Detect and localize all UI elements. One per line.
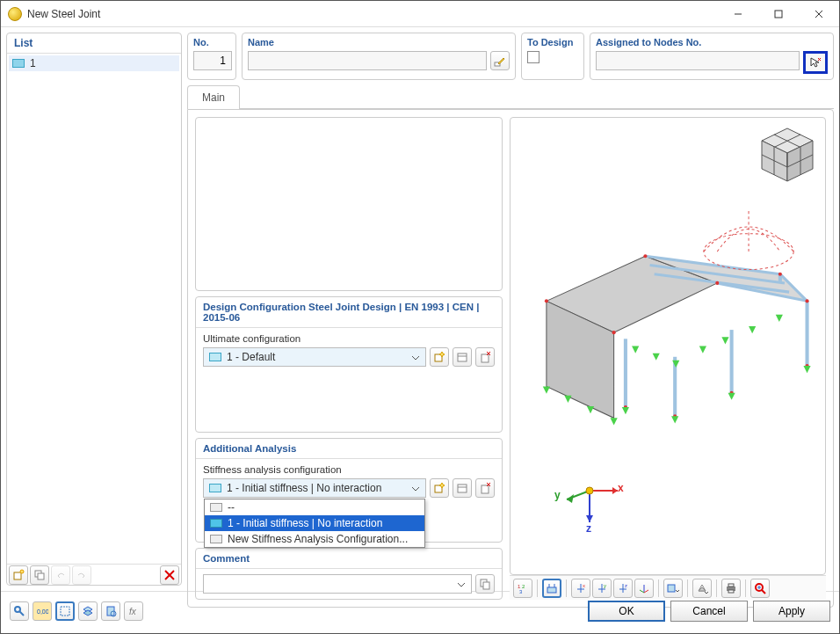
library-stiffness-button[interactable] bbox=[453, 478, 472, 498]
dropdown-item-initial-stiffness[interactable]: 1 - Initial stiffness | No interaction bbox=[205, 515, 424, 531]
stiffness-config-dropdown: -- 1 - Initial stiffness | No interactio… bbox=[204, 499, 425, 548]
stiffness-config-combo[interactable]: 1 - Initial stiffness | No interaction -… bbox=[203, 478, 426, 498]
vp-display-dropdown[interactable] bbox=[663, 579, 683, 598]
svg-text:fx: fx bbox=[129, 607, 137, 616]
svg-marker-73 bbox=[749, 326, 756, 333]
svg-marker-69 bbox=[653, 353, 660, 361]
new-item-button[interactable] bbox=[9, 565, 28, 585]
svg-text:x: x bbox=[583, 583, 585, 588]
window-title: New Steel Joint bbox=[27, 8, 718, 20]
svg-text:3: 3 bbox=[519, 589, 523, 594]
list-item[interactable]: 1 bbox=[9, 55, 179, 71]
name-label: Name bbox=[248, 37, 510, 47]
svg-rect-115 bbox=[61, 607, 69, 616]
svg-marker-64 bbox=[543, 387, 550, 394]
svg-marker-63 bbox=[803, 366, 810, 373]
to-design-field-group: To Design bbox=[521, 33, 584, 80]
ultimate-config-combo[interactable]: 1 - Default bbox=[203, 347, 426, 367]
tool-selection-button[interactable] bbox=[55, 601, 75, 621]
no-field-group: No. bbox=[187, 33, 236, 80]
dropdown-item-blank[interactable]: -- bbox=[205, 499, 424, 515]
svg-line-113 bbox=[19, 611, 24, 616]
svg-marker-68 bbox=[632, 346, 639, 353]
name-field-group: Name bbox=[242, 33, 516, 80]
vp-numbering-button[interactable]: 123 bbox=[513, 579, 532, 598]
list-item-label: 1 bbox=[30, 57, 36, 69]
tool-filter-button[interactable] bbox=[101, 601, 120, 621]
vp-axes-button[interactable] bbox=[634, 579, 654, 598]
color-swatch-icon bbox=[209, 353, 221, 361]
edit-name-button[interactable] bbox=[490, 51, 510, 70]
library-config-button[interactable] bbox=[453, 347, 472, 367]
axis-z-label: z bbox=[586, 522, 591, 535]
to-design-label: To Design bbox=[527, 37, 578, 47]
cancel-button[interactable]: Cancel bbox=[670, 601, 748, 622]
ultimate-config-value: 1 - Default bbox=[227, 351, 275, 363]
tool-wrench-button[interactable] bbox=[10, 601, 29, 621]
dropdown-item-new-config[interactable]: New Stiffness Analysis Configuration... bbox=[205, 531, 424, 547]
svg-marker-71 bbox=[699, 346, 706, 353]
svg-rect-4 bbox=[14, 572, 21, 579]
no-input[interactable] bbox=[193, 51, 232, 70]
delete-stiffness-button[interactable] bbox=[475, 478, 495, 498]
to-design-checkbox[interactable] bbox=[527, 51, 539, 63]
svg-marker-66 bbox=[587, 406, 594, 413]
no-label: No. bbox=[193, 37, 230, 47]
design-config-section: Design Configuration Steel Joint Design … bbox=[195, 296, 503, 433]
model-viewport[interactable]: x y z bbox=[510, 117, 826, 575]
dropdown-item-label: 1 - Initial stiffness | No interaction bbox=[228, 517, 382, 529]
svg-rect-26 bbox=[483, 582, 489, 589]
svg-point-5 bbox=[20, 570, 24, 573]
delete-config-button[interactable] bbox=[475, 347, 495, 367]
tab-main[interactable]: Main bbox=[187, 85, 240, 109]
vp-local-x-button[interactable]: x bbox=[571, 579, 590, 598]
dropdown-item-label: -- bbox=[228, 501, 235, 514]
axis-x-label: x bbox=[618, 482, 624, 494]
list-panel: List 1 bbox=[6, 33, 182, 586]
close-button[interactable] bbox=[799, 1, 839, 27]
svg-marker-67 bbox=[611, 418, 618, 425]
vp-local-z-button[interactable]: z bbox=[613, 579, 633, 598]
preview-placeholder bbox=[195, 117, 503, 291]
copy-item-button[interactable] bbox=[30, 565, 49, 585]
comment-edit-button[interactable] bbox=[475, 574, 495, 594]
minimize-button[interactable] bbox=[718, 1, 758, 27]
delete-item-button[interactable] bbox=[160, 565, 179, 585]
svg-rect-20 bbox=[458, 485, 467, 492]
additional-analysis-section: Additional Analysis Stiffness analysis c… bbox=[195, 438, 503, 543]
vp-reset-view-button[interactable] bbox=[750, 579, 770, 598]
apply-button[interactable]: Apply bbox=[753, 601, 830, 622]
ok-button[interactable]: OK bbox=[588, 601, 665, 622]
svg-rect-14 bbox=[458, 353, 467, 361]
comment-combo[interactable] bbox=[203, 574, 472, 594]
assigned-label: Assigned to Nodes No. bbox=[596, 37, 828, 47]
svg-marker-74 bbox=[776, 315, 783, 322]
svg-point-52 bbox=[778, 273, 782, 276]
maximize-button[interactable] bbox=[758, 1, 799, 27]
stiffness-config-label: Stiffness analysis configuration bbox=[203, 464, 495, 475]
vp-print-dropdown[interactable] bbox=[721, 579, 741, 598]
svg-marker-72 bbox=[721, 337, 728, 344]
name-input[interactable] bbox=[248, 51, 487, 70]
svg-rect-87 bbox=[547, 587, 556, 593]
vp-local-y-button[interactable]: y bbox=[592, 579, 612, 598]
tool-units-button[interactable]: 0,00 bbox=[33, 601, 52, 621]
svg-marker-117 bbox=[83, 610, 92, 616]
new-stiffness-button[interactable] bbox=[430, 478, 449, 498]
pick-nodes-button[interactable] bbox=[803, 51, 828, 74]
svg-rect-16 bbox=[482, 354, 489, 362]
svg-marker-65 bbox=[564, 396, 571, 403]
assigned-input[interactable] bbox=[596, 51, 800, 70]
assigned-field-group: Assigned to Nodes No. bbox=[590, 33, 834, 80]
vp-render-dropdown[interactable] bbox=[692, 579, 712, 598]
svg-point-51 bbox=[643, 254, 647, 258]
svg-text:y: y bbox=[604, 583, 606, 588]
svg-rect-7 bbox=[38, 573, 44, 579]
additional-analysis-header: Additional Analysis bbox=[196, 439, 502, 459]
tool-layers-button[interactable] bbox=[78, 601, 98, 621]
new-config-button[interactable] bbox=[430, 347, 449, 367]
svg-rect-107 bbox=[728, 590, 734, 593]
vp-show-model-button[interactable] bbox=[542, 579, 561, 598]
svg-marker-60 bbox=[622, 407, 629, 414]
tool-script-button[interactable]: fx bbox=[124, 601, 143, 621]
